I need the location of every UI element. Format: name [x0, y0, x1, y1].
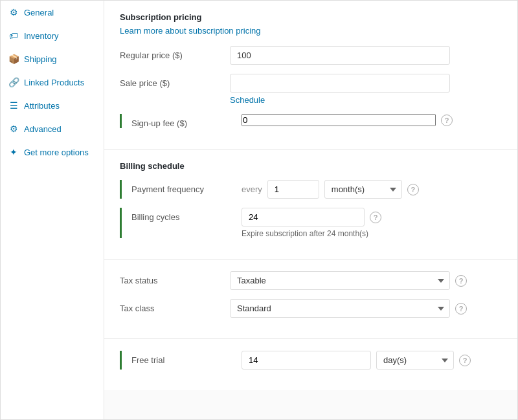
sale-price-input-wrapper: Schedule	[230, 74, 502, 105]
regular-price-input-wrapper	[230, 46, 502, 65]
free-trial-value-input[interactable]	[242, 351, 371, 370]
learn-more-link[interactable]: Learn more about subscription pricing	[120, 26, 261, 36]
shipping-icon: 📦	[8, 54, 19, 64]
tax-section: Tax status Taxable None Shipping only ? …	[104, 259, 517, 338]
advanced-icon: ⚙	[8, 124, 19, 134]
sidebar-item-attributes[interactable]: ☰ Attributes	[1, 94, 104, 117]
payment-frequency-help-icon[interactable]: ?	[407, 184, 419, 195]
regular-price-input[interactable]	[230, 46, 450, 65]
billing-cycles-input-group: ?	[242, 208, 381, 227]
linked-products-icon: 🔗	[8, 77, 19, 87]
tax-class-controls: Standard Reduced rate Zero rate ?	[230, 299, 467, 318]
sidebar-item-linked-products[interactable]: 🔗 Linked Products	[1, 71, 104, 94]
sidebar-item-general[interactable]: ⚙ General	[1, 1, 104, 24]
sidebar-item-inventory[interactable]: 🏷 Inventory	[1, 24, 104, 47]
billing-cycles-label: Billing cycles	[131, 208, 242, 222]
tax-status-select[interactable]: Taxable None Shipping only	[230, 271, 450, 290]
expire-text: Expire subscription after 24 month(s)	[242, 229, 381, 238]
free-trial-controls: day(s) week(s) month(s) year(s) ?	[242, 351, 471, 370]
free-trial-row: Free trial day(s) week(s) month(s) year(…	[120, 351, 502, 370]
sidebar-item-advanced[interactable]: ⚙ Advanced	[1, 117, 104, 140]
billing-schedule-title: Billing schedule	[120, 161, 502, 171]
schedule-link[interactable]: Schedule	[230, 95, 265, 105]
free-trial-input-group: day(s) week(s) month(s) year(s)	[242, 351, 454, 370]
tax-class-help-icon[interactable]: ?	[455, 303, 467, 315]
tax-status-help-icon[interactable]: ?	[455, 275, 467, 287]
billing-cycles-controls: ? Expire subscription after 24 month(s)	[242, 208, 381, 238]
frequency-unit-select[interactable]: month(s) day(s) week(s) year(s)	[324, 180, 402, 199]
billing-cycles-input[interactable]	[242, 208, 365, 227]
general-icon: ⚙	[8, 7, 19, 17]
free-trial-unit-select[interactable]: day(s) week(s) month(s) year(s)	[376, 351, 454, 370]
frequency-value-input[interactable]	[267, 180, 319, 199]
billing-schedule-section: Billing schedule Payment frequency every…	[104, 149, 517, 259]
signup-fee-row: Sign-up fee ($) ?	[120, 114, 502, 128]
regular-price-label: Regular price ($)	[120, 46, 230, 60]
tax-class-select[interactable]: Standard Reduced rate Zero rate	[230, 299, 450, 318]
signup-fee-help-icon[interactable]: ?	[441, 115, 453, 126]
subscription-pricing-section: Subscription pricing Learn more about su…	[104, 1, 517, 149]
tax-status-label: Tax status	[120, 271, 230, 285]
payment-frequency-row: Payment frequency every month(s) day(s) …	[120, 180, 502, 199]
tax-class-label: Tax class	[120, 299, 230, 313]
sidebar-item-shipping[interactable]: 📦 Shipping	[1, 47, 104, 71]
frequency-input-group: every month(s) day(s) week(s) year(s)	[242, 180, 402, 199]
tax-status-controls: Taxable None Shipping only ?	[230, 271, 467, 290]
get-more-options-icon: ✦	[8, 147, 19, 157]
signup-fee-input[interactable]	[242, 114, 436, 126]
main-content: Subscription pricing Learn more about su…	[104, 1, 517, 419]
sale-price-row: Sale price ($) Schedule	[120, 74, 502, 105]
inventory-icon: 🏷	[8, 30, 19, 41]
sidebar-item-get-more-options[interactable]: ✦ Get more options	[1, 140, 104, 164]
billing-cycles-row: Billing cycles ? Expire subscription aft…	[120, 208, 502, 238]
signup-fee-label: Sign-up fee ($)	[131, 114, 242, 128]
regular-price-row: Regular price ($)	[120, 46, 502, 65]
sale-price-input[interactable]	[230, 74, 450, 93]
free-trial-label: Free trial	[131, 351, 242, 365]
billing-cycles-help-icon[interactable]: ?	[370, 212, 381, 223]
attributes-icon: ☰	[8, 100, 19, 111]
sidebar: ⚙ General 🏷 Inventory 📦 Shipping 🔗 Linke…	[1, 1, 104, 419]
subscription-pricing-title: Subscription pricing	[120, 12, 502, 22]
payment-frequency-label: Payment frequency	[131, 180, 242, 194]
sale-price-label: Sale price ($)	[120, 74, 230, 88]
every-label: every	[242, 184, 262, 194]
tax-class-row: Tax class Standard Reduced rate Zero rat…	[120, 299, 502, 318]
payment-frequency-controls: every month(s) day(s) week(s) year(s) ?	[242, 180, 419, 199]
free-trial-section: Free trial day(s) week(s) month(s) year(…	[104, 338, 517, 390]
signup-fee-controls: ?	[242, 114, 453, 126]
tax-status-row: Tax status Taxable None Shipping only ?	[120, 271, 502, 290]
free-trial-help-icon[interactable]: ?	[459, 355, 471, 366]
